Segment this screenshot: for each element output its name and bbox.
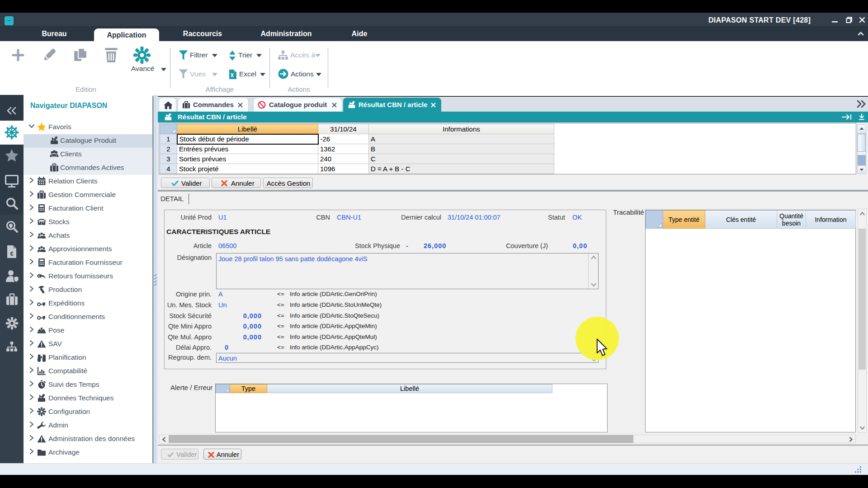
svg-text:€: € bbox=[10, 250, 13, 257]
